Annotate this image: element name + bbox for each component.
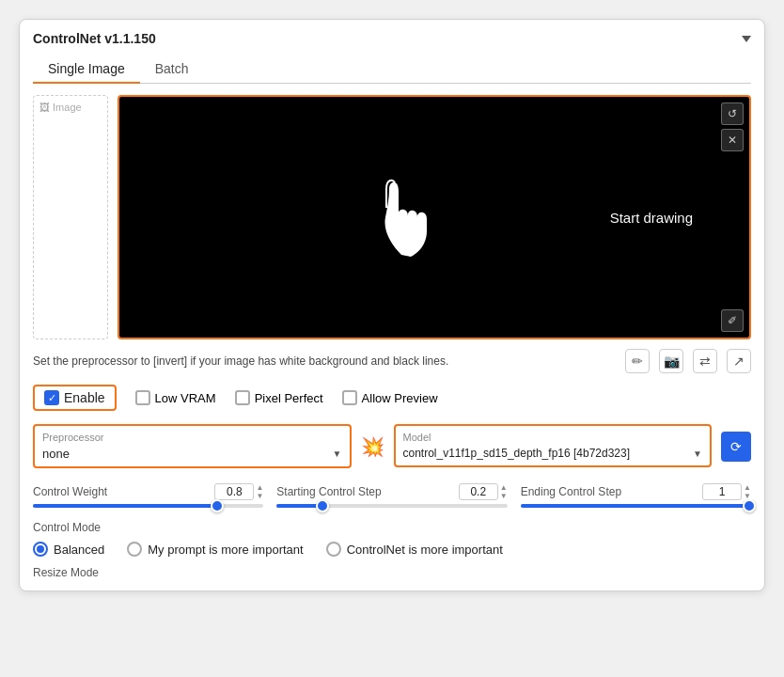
ending-control-step-value-box: 1 ▲ ▼ [702,483,751,500]
down-arrow-icon[interactable]: ▼ [256,493,263,500]
image-upload-box[interactable]: 🖼 Image [33,95,108,339]
starting-control-step-value[interactable]: 0.2 [459,483,498,500]
canvas-area[interactable]: Start drawing ↺ ✕ ✐ [118,95,751,339]
image-placeholder-icon: 🖼 Image [39,102,82,113]
ending-control-step-header: Ending Control Step 1 ▲ ▼ [521,483,751,500]
radio-balanced-label: Balanced [54,543,104,557]
radio-prompt-outer [127,542,142,557]
select-row: Preprocessor none ▼ 💥 Model control_v11f… [33,424,751,468]
preprocessor-arrow-icon: ▼ [333,449,342,459]
preprocessor-value: none [42,447,70,461]
starting-control-step-value-box: 0.2 ▲ ▼ [459,483,508,500]
radio-controlnet[interactable]: ControlNet is more important [326,542,503,557]
panel-title: ControlNet v1.1.150 [33,31,156,46]
panel-header: ControlNet v1.1.150 [33,31,751,46]
ending-control-step-group: Ending Control Step 1 ▲ ▼ [521,483,751,508]
starting-step-spinner[interactable]: ▲ ▼ [500,484,508,500]
resize-mode-label: Resize Mode [33,566,751,579]
control-mode-radio-row: Balanced My prompt is more important Con… [33,542,751,557]
starting-control-step-track[interactable] [276,504,507,508]
down-arrow-icon[interactable]: ▼ [500,493,508,500]
tab-batch[interactable]: Batch [140,55,204,84]
hint-text: Set the preprocessor to [invert] if your… [33,354,448,368]
control-weight-value-box: 0.8 ▲ ▼ [214,483,263,500]
up-arrow-icon[interactable]: ▲ [256,484,263,492]
allow-preview-label: Allow Preview [362,391,438,405]
control-mode-label: Control Mode [33,521,751,534]
radio-controlnet-label: ControlNet is more important [347,543,503,557]
pixel-perfect-checkbox-box [235,390,250,405]
ending-control-step-fill [521,504,751,508]
model-arrow-icon: ▼ [693,449,702,459]
ending-control-step-label: Ending Control Step [521,485,621,498]
control-weight-value[interactable]: 0.8 [214,483,254,500]
preprocessor-field[interactable]: none ▼ [42,447,342,461]
model-label: Model [403,432,703,443]
ending-control-step-value[interactable]: 1 [702,483,742,500]
starting-control-step-label: Starting Control Step [276,485,381,498]
allow-preview-checkbox[interactable]: Allow Preview [342,390,438,405]
control-weight-label: Control Weight [33,485,107,498]
curve-icon-btn[interactable]: ↗ [727,349,751,373]
control-mode-section: Control Mode Balanced My prompt is more … [33,521,751,557]
refresh-icon: ⟳ [730,439,742,454]
low-vram-checkbox-box [135,390,150,405]
model-refresh-button[interactable]: ⟳ [721,432,751,462]
starting-control-step-group: Starting Control Step 0.2 ▲ ▼ [276,483,507,508]
control-weight-spinner[interactable]: ▲ ▼ [256,484,263,500]
preprocessor-label: Preprocessor [42,432,342,443]
low-vram-checkbox[interactable]: Low VRAM [135,390,216,405]
image-area-container: 🖼 Image Start drawing ↺ ✕ ✐ [33,95,751,339]
hand-drawing [368,175,434,260]
radio-balanced[interactable]: Balanced [33,542,104,557]
hint-icons: ✏ 📷 ⇄ ↗ [625,349,751,373]
radio-prompt[interactable]: My prompt is more important [127,542,303,557]
model-value: control_v11f1p_sd15_depth_fp16 [4b72d323… [403,447,631,460]
sliders-row: Control Weight 0.8 ▲ ▼ Starting Control … [33,483,751,508]
control-weight-header: Control Weight 0.8 ▲ ▼ [33,483,263,500]
up-arrow-icon[interactable]: ▲ [500,484,508,492]
radio-controlnet-outer [326,542,341,557]
ending-control-step-thumb [743,499,756,512]
allow-preview-checkbox-box [342,390,357,405]
model-group[interactable]: Model control_v11f1p_sd15_depth_fp16 [4b… [394,424,713,467]
control-weight-group: Control Weight 0.8 ▲ ▼ [33,483,263,508]
radio-prompt-label: My prompt is more important [148,543,303,557]
pixel-perfect-label: Pixel Perfect [255,391,323,405]
radio-balanced-inner [37,545,44,553]
options-row: ✓ Enable Low VRAM Pixel Perfect Allow Pr… [33,385,751,411]
control-weight-thumb [211,499,224,512]
camera-icon-btn[interactable]: 📷 [659,349,683,373]
enable-checkbox-box: ✓ [44,390,59,405]
ending-step-spinner[interactable]: ▲ ▼ [744,484,751,500]
edit-icon-btn[interactable]: ✏ [625,349,650,373]
enable-wrapper: ✓ Enable [33,385,117,411]
starting-control-step-thumb [316,499,329,512]
enable-checkbox[interactable]: ✓ Enable [44,390,105,405]
undo-icon[interactable]: ↺ [721,102,744,125]
canvas-background: Start drawing ↺ ✕ ✐ [119,97,749,338]
controlnet-panel: ControlNet v1.1.150 Single Image Batch 🖼… [19,19,765,591]
tab-single-image[interactable]: Single Image [33,55,140,84]
model-field[interactable]: control_v11f1p_sd15_depth_fp16 [4b72d323… [403,447,703,460]
starting-control-step-header: Starting Control Step 0.2 ▲ ▼ [276,483,507,500]
ending-control-step-track[interactable] [521,504,751,508]
swap-icon-btn[interactable]: ⇄ [693,349,717,373]
close-icon[interactable]: ✕ [721,129,744,151]
fullscreen-icon[interactable]: ✐ [721,309,744,332]
canvas-controls: ↺ ✕ [721,102,744,151]
start-drawing-text: Start drawing [610,210,693,226]
up-arrow-icon[interactable]: ▲ [744,484,751,492]
collapse-icon[interactable] [742,36,751,42]
control-weight-fill [33,504,217,508]
control-weight-track[interactable] [33,504,263,508]
explosion-icon[interactable]: 💥 [361,435,384,458]
low-vram-label: Low VRAM [155,391,216,405]
radio-balanced-outer [33,542,48,557]
pixel-perfect-checkbox[interactable]: Pixel Perfect [235,390,323,405]
hint-row: Set the preprocessor to [invert] if your… [33,349,751,373]
enable-checkmark: ✓ [48,393,56,403]
enable-label: Enable [64,390,105,405]
tabs-container: Single Image Batch [33,55,751,84]
preprocessor-group[interactable]: Preprocessor none ▼ [33,424,352,468]
